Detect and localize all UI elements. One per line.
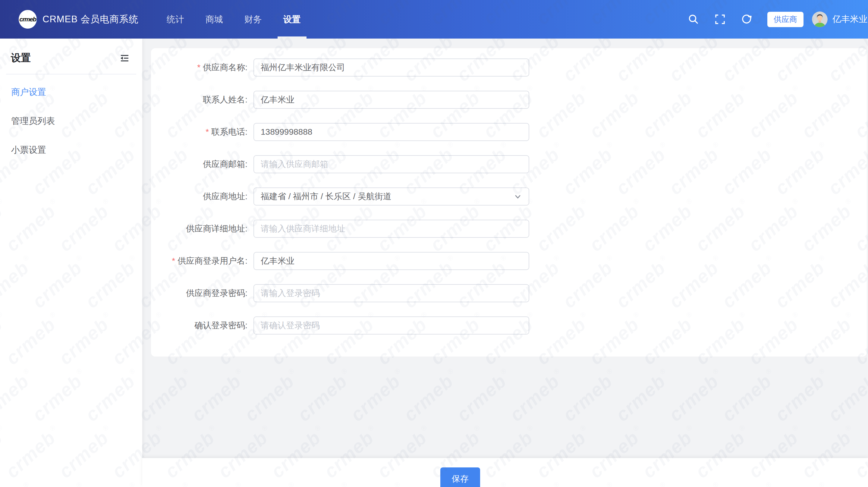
- form-row-supplier-address: 供应商地址: 福建省 / 福州市 / 长乐区 / 吴航街道: [151, 187, 867, 206]
- confirm-password-input[interactable]: [253, 316, 529, 335]
- chevron-down-icon: [514, 192, 522, 201]
- sidebar-menu: 商户设置 管理员列表 小票设置: [0, 74, 142, 164]
- logo-text: crmeb: [19, 16, 36, 23]
- sidebar-head: 设置: [0, 38, 142, 65]
- supplier-email-label: 供应商邮箱:: [151, 158, 247, 170]
- settings-sidebar: 设置 商户设置 管理员列表 小票设置: [0, 38, 142, 487]
- supplier-detail-address-label: 供应商详细地址:: [151, 223, 247, 235]
- login-password-label: 供应商登录密码:: [151, 287, 247, 299]
- login-username-label: *供应商登录用户名:: [151, 255, 247, 267]
- form-row-supplier-detail-address: 供应商详细地址:: [151, 220, 867, 238]
- refresh-icon[interactable]: [741, 13, 752, 25]
- sidebar-item-admin-list[interactable]: 管理员列表: [0, 106, 142, 135]
- nav-item-mall[interactable]: 商城: [200, 0, 229, 38]
- avatar[interactable]: [812, 11, 828, 27]
- merchant-settings-card: *供应商名称: 联系人姓名: *联系电话: 供应商邮箱: 供应商地址: 福建省 …: [151, 48, 867, 357]
- contact-phone-label: *联系电话:: [151, 126, 247, 138]
- supplier-address-select[interactable]: 福建省 / 福州市 / 长乐区 / 吴航街道: [253, 187, 529, 206]
- nav-item-statistics[interactable]: 统计: [161, 0, 190, 38]
- sidebar-title: 设置: [11, 51, 31, 65]
- nav-item-settings[interactable]: 设置: [278, 0, 307, 38]
- sidebar-item-merchant-settings[interactable]: 商户设置: [0, 78, 142, 106]
- contact-name-label: 联系人姓名:: [151, 94, 247, 105]
- form-row-login-username: *供应商登录用户名:: [151, 252, 867, 270]
- supplier-address-label: 供应商地址:: [151, 191, 247, 202]
- crmeb-logo: crmeb: [19, 10, 37, 29]
- footer-bar: [142, 458, 868, 487]
- login-password-input[interactable]: [253, 284, 529, 302]
- search-icon[interactable]: [688, 13, 699, 25]
- supplier-name-input[interactable]: [253, 58, 529, 77]
- confirm-password-label: 确认登录密码:: [151, 320, 247, 331]
- main-content: *供应商名称: 联系人姓名: *联系电话: 供应商邮箱: 供应商地址: 福建省 …: [142, 38, 868, 487]
- brand: crmeb CRMEB 会员电商系统: [19, 10, 138, 29]
- form-row-contact-name: 联系人姓名:: [151, 91, 867, 109]
- form-row-supplier-email: 供应商邮箱:: [151, 155, 867, 173]
- form-row-login-password: 供应商登录密码:: [151, 284, 867, 302]
- required-mark: *: [206, 127, 209, 136]
- contact-phone-input[interactable]: [253, 123, 529, 141]
- avatar-image: [812, 11, 828, 27]
- supplier-email-input[interactable]: [253, 155, 529, 173]
- sidebar-item-receipt-settings[interactable]: 小票设置: [0, 135, 142, 164]
- header-tools: 供应商 亿丰米业: [688, 11, 868, 27]
- required-mark: *: [172, 256, 175, 266]
- app-header: crmeb CRMEB 会员电商系统 统计 商城 财务 设置 供应商: [0, 0, 868, 38]
- app-title: CRMEB 会员电商系统: [42, 13, 138, 26]
- username[interactable]: 亿丰米业: [832, 13, 867, 25]
- supplier-name-label: *供应商名称:: [151, 62, 247, 73]
- collapse-menu-icon[interactable]: [120, 54, 129, 62]
- form-row-contact-phone: *联系电话:: [151, 123, 867, 141]
- form-row-confirm-password: 确认登录密码:: [151, 316, 867, 335]
- fullscreen-icon[interactable]: [714, 13, 726, 25]
- role-badge[interactable]: 供应商: [767, 12, 804, 27]
- supplier-address-value: 福建省 / 福州市 / 长乐区 / 吴航街道: [261, 191, 392, 202]
- save-button[interactable]: 保存: [440, 467, 480, 487]
- top-nav: 统计 商城 财务 设置: [161, 0, 316, 38]
- required-mark: *: [197, 63, 200, 72]
- login-username-input[interactable]: [253, 252, 529, 270]
- contact-name-input[interactable]: [253, 91, 529, 109]
- form-row-supplier-name: *供应商名称:: [151, 58, 867, 77]
- supplier-detail-address-input[interactable]: [253, 220, 529, 238]
- nav-item-finance[interactable]: 财务: [239, 0, 268, 38]
